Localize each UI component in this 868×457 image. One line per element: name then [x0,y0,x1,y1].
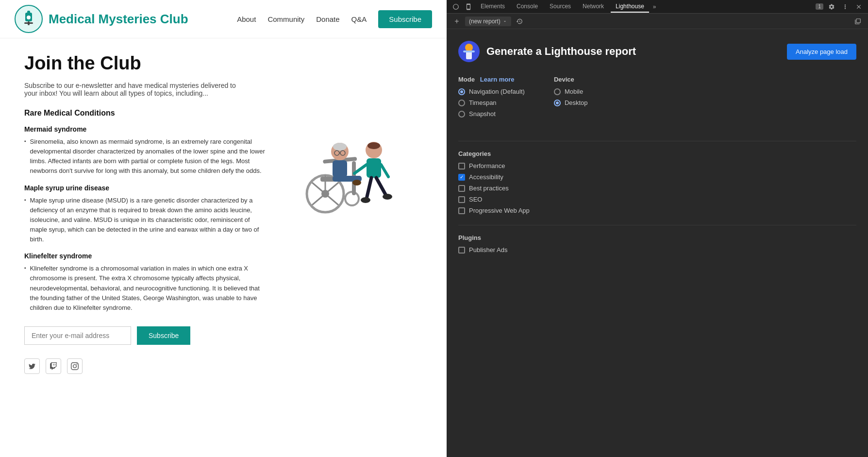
site-header: Medical Mysteries Club About Community D… [0,0,447,38]
device-mobile[interactable]: Mobile [554,88,588,95]
subscribe-button[interactable]: Subscribe [137,326,190,345]
device-icon[interactable] [463,1,474,12]
category-pwa-label: Progressive Web App [469,207,530,214]
checkmark-icon: ✓ [460,175,464,180]
device-label: Device [554,76,588,83]
svg-line-28 [354,165,367,173]
dock-icon[interactable] [852,16,863,27]
svg-line-13 [312,194,325,205]
svg-point-25 [352,180,361,186]
tab-overflow[interactable]: » [651,3,658,10]
condition-title-2: Klinefelter syndrome [24,252,267,260]
svg-line-29 [381,165,388,177]
add-report-button[interactable]: + [451,16,462,27]
analyze-button[interactable]: Analyze page load [787,44,856,60]
lh-header: Generate a Lighthouse report Analyze pag… [458,41,856,62]
twitter-icon[interactable] [24,358,40,374]
tab-console[interactable]: Console [512,1,543,13]
lighthouse-content: Generate a Lighthouse report Analyze pag… [447,29,868,457]
settings-icon[interactable] [826,1,837,12]
category-accessibility-label: Accessibility [469,173,503,181]
wheelchair-illustration [277,109,403,216]
device-desktop-radio[interactable] [554,100,561,106]
lighthouse-title: Generate a Lighthouse report [486,45,636,58]
category-performance-label: Performance [469,162,505,169]
category-accessibility-checkbox[interactable]: ✓ [458,174,465,181]
category-performance[interactable]: Performance [458,162,856,169]
lh-title-area: Generate a Lighthouse report [458,41,636,62]
nav-qa[interactable]: Q&A [351,15,367,23]
svg-rect-19 [333,160,347,177]
email-input[interactable] [24,326,131,345]
mode-device-row: Mode Learn more Navigation (Default) Tim… [458,76,856,132]
learn-more-link[interactable]: Learn more [480,76,515,83]
svg-rect-27 [367,158,381,178]
category-seo-checkbox[interactable] [458,196,465,203]
instagram-icon[interactable] [67,358,83,374]
plugins-section: Plugins Publisher Ads [458,234,856,254]
nav-subscribe-button[interactable]: Subscribe [378,10,432,28]
devtools-topbar: Elements Console Sources Network Lightho… [447,0,868,14]
mode-timespan-radio[interactable] [458,100,465,106]
svg-line-30 [367,178,371,199]
nav-donate[interactable]: Donate [316,15,339,23]
svg-point-3 [27,16,31,19]
radio-inner-desktop [556,102,559,104]
svg-point-33 [383,194,392,200]
tab-sources[interactable]: Sources [545,1,576,13]
devtools-toolbar2: + (new report) [447,14,868,29]
mode-snapshot-radio[interactable] [458,111,465,118]
category-pwa[interactable]: Progressive Web App [458,207,856,214]
close-icon[interactable] [853,1,864,12]
svg-point-36 [465,44,473,51]
category-pwa-checkbox[interactable] [458,207,465,214]
category-best-practices[interactable]: Best practices [458,185,856,192]
radio-inner [460,90,463,93]
tab-elements[interactable]: Elements [476,1,510,13]
condition-body-2: Klinefelter syndrome is a chromosomal va… [24,264,267,313]
devtools-right-icons: 1 [816,1,864,12]
mode-timespan-label: Timespan [469,99,497,106]
mode-navigation-radio[interactable] [458,88,465,95]
device-section: Device Mobile Desktop [554,76,588,121]
svg-rect-2 [27,11,30,15]
svg-line-12 [325,194,338,205]
condition-title-0: Mermaid syndrome [24,125,267,133]
report-selector[interactable]: (new report) [465,17,511,26]
history-button[interactable] [514,16,525,27]
plugin-publisher-ads[interactable]: Publisher Ads [458,246,856,254]
mode-navigation[interactable]: Navigation (Default) [458,88,525,95]
divider-2 [458,225,856,225]
twitch-icon[interactable] [46,358,61,374]
svg-rect-5 [24,22,29,24]
main-page: Medical Mysteries Club About Community D… [0,0,447,457]
category-accessibility[interactable]: ✓ Accessibility [458,173,856,181]
image-col [277,109,413,218]
mode-timespan[interactable]: Timespan [458,99,525,106]
hero-heading: Join the Club [24,53,432,74]
svg-line-10 [325,183,338,194]
nav-about[interactable]: About [237,15,256,23]
inspect-icon[interactable] [451,1,461,12]
category-performance-checkbox[interactable] [458,163,465,169]
device-desktop[interactable]: Desktop [554,99,588,106]
device-mobile-radio[interactable] [554,88,561,95]
condition-title-1: Maple syrup urine disease [24,184,267,192]
devtools-panel: Elements Console Sources Network Lightho… [447,0,868,457]
tab-lighthouse[interactable]: Lighthouse [611,1,649,13]
plugin-publisher-ads-checkbox[interactable] [458,247,465,254]
device-mobile-label: Mobile [565,88,583,95]
conditions-heading: Rare Medical Conditions [24,109,267,118]
mode-snapshot[interactable]: Snapshot [458,110,525,118]
logo-area: Medical Mysteries Club [15,5,188,33]
condition-body-1: Maple syrup urine disease (MSUD) is a ra… [24,196,267,245]
nav-community[interactable]: Community [267,15,304,23]
more-icon[interactable] [840,1,851,12]
category-seo[interactable]: SEO [458,196,856,203]
mode-label: Mode Learn more [458,76,525,83]
tab-network[interactable]: Network [578,1,609,13]
condition-body-0: Sirenomelia, also known as mermaid syndr… [24,137,267,176]
mode-snapshot-label: Snapshot [469,110,496,118]
svg-rect-6 [29,22,33,24]
category-best-practices-checkbox[interactable] [458,185,465,192]
